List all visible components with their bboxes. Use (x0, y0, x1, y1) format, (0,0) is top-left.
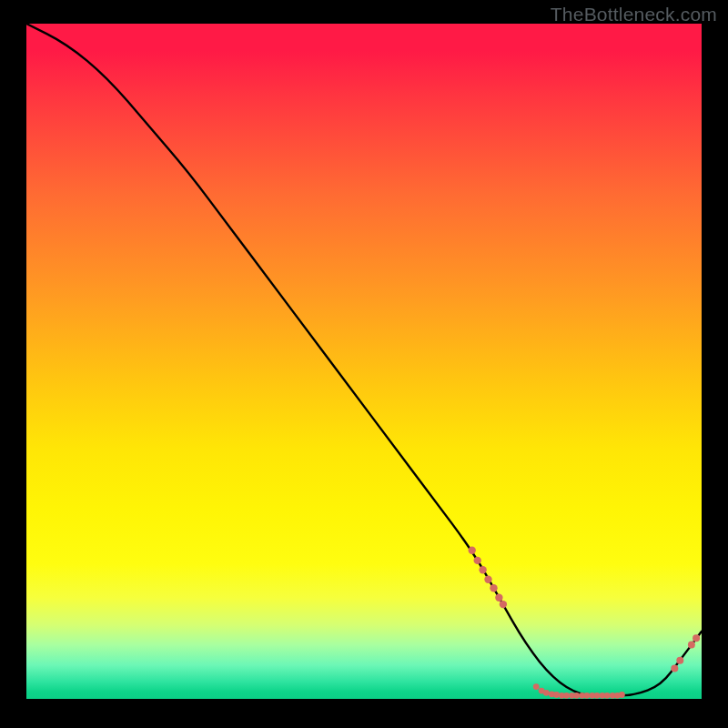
data-point (693, 634, 700, 642)
data-point (594, 693, 601, 699)
data-point (479, 566, 486, 573)
data-point (584, 693, 591, 699)
chart-stage: TheBottleneck.com (0, 0, 728, 728)
data-point (671, 665, 678, 672)
data-point (563, 693, 570, 699)
data-point (533, 683, 540, 690)
data-point (604, 693, 611, 699)
data-point (495, 594, 502, 602)
data-point (688, 642, 695, 649)
data-point (474, 557, 481, 564)
plot-area (26, 24, 702, 699)
data-point (500, 601, 507, 608)
data-point (573, 693, 580, 699)
attribution-text: TheBottleneck.com (551, 4, 717, 25)
data-point (469, 547, 476, 554)
bottleneck-curve (26, 24, 702, 695)
data-point (553, 692, 560, 698)
data-point (490, 584, 497, 592)
data-point (484, 576, 491, 583)
data-point (543, 690, 550, 696)
marker-group (469, 547, 701, 699)
curve-layer (26, 24, 702, 699)
data-point (676, 657, 683, 664)
data-point (619, 692, 625, 698)
